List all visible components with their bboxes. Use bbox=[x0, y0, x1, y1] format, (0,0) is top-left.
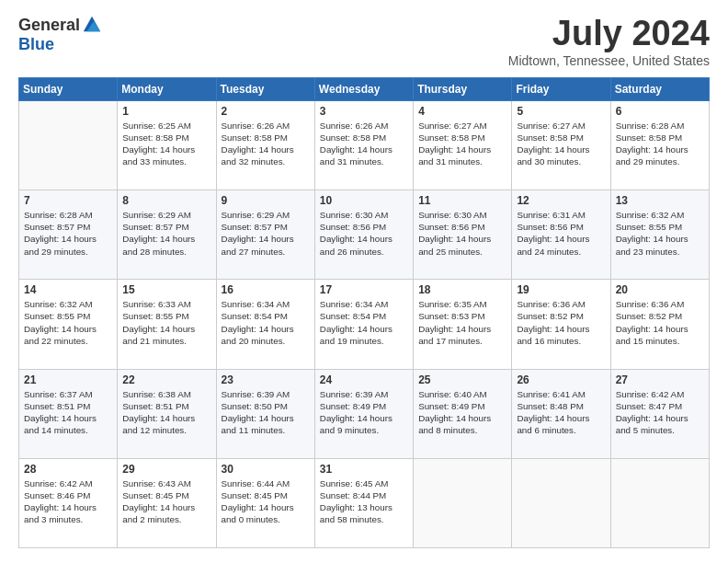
calendar-week-row: 1Sunrise: 6:25 AM Sunset: 8:58 PM Daylig… bbox=[19, 100, 710, 190]
calendar-cell: 3Sunrise: 6:26 AM Sunset: 8:58 PM Daylig… bbox=[314, 100, 413, 190]
calendar-week-row: 14Sunrise: 6:32 AM Sunset: 8:55 PM Dayli… bbox=[19, 280, 710, 369]
day-number: 27 bbox=[616, 373, 704, 386]
day-number: 3 bbox=[320, 105, 408, 118]
calendar-cell: 20Sunrise: 6:36 AM Sunset: 8:52 PM Dayli… bbox=[610, 280, 709, 369]
day-info: Sunrise: 6:44 AM Sunset: 8:45 PM Dayligh… bbox=[222, 477, 310, 526]
day-info: Sunrise: 6:27 AM Sunset: 8:58 PM Dayligh… bbox=[418, 120, 506, 168]
day-number: 9 bbox=[222, 194, 310, 207]
calendar-cell: 1Sunrise: 6:25 AM Sunset: 8:58 PM Daylig… bbox=[118, 100, 216, 190]
day-number: 18 bbox=[418, 283, 506, 296]
calendar-cell: 19Sunrise: 6:36 AM Sunset: 8:52 PM Dayli… bbox=[512, 280, 610, 369]
day-number: 4 bbox=[418, 105, 506, 118]
calendar-cell: 2Sunrise: 6:26 AM Sunset: 8:58 PM Daylig… bbox=[216, 100, 314, 190]
day-number: 5 bbox=[517, 105, 605, 118]
day-info: Sunrise: 6:27 AM Sunset: 8:58 PM Dayligh… bbox=[517, 120, 605, 168]
day-number: 31 bbox=[320, 463, 408, 476]
calendar-cell: 25Sunrise: 6:40 AM Sunset: 8:49 PM Dayli… bbox=[414, 369, 512, 458]
calendar-cell: 8Sunrise: 6:29 AM Sunset: 8:57 PM Daylig… bbox=[118, 190, 216, 280]
day-info: Sunrise: 6:29 AM Sunset: 8:57 PM Dayligh… bbox=[222, 209, 310, 258]
calendar-header-tuesday: Tuesday bbox=[216, 77, 314, 100]
calendar-cell: 26Sunrise: 6:41 AM Sunset: 8:48 PM Dayli… bbox=[512, 369, 610, 458]
calendar-cell: 4Sunrise: 6:27 AM Sunset: 8:58 PM Daylig… bbox=[414, 100, 512, 190]
calendar-week-row: 7Sunrise: 6:28 AM Sunset: 8:57 PM Daylig… bbox=[19, 190, 710, 280]
day-info: Sunrise: 6:30 AM Sunset: 8:56 PM Dayligh… bbox=[418, 209, 506, 258]
calendar-cell: 21Sunrise: 6:37 AM Sunset: 8:51 PM Dayli… bbox=[19, 369, 118, 458]
day-number: 28 bbox=[24, 463, 112, 476]
page: General Blue July 2024 Midtown, Tennesse… bbox=[0, 0, 728, 563]
day-info: Sunrise: 6:32 AM Sunset: 8:55 PM Dayligh… bbox=[616, 209, 704, 258]
day-number: 22 bbox=[122, 373, 210, 386]
calendar-header-friday: Friday bbox=[512, 77, 610, 100]
calendar-week-row: 21Sunrise: 6:37 AM Sunset: 8:51 PM Dayli… bbox=[19, 369, 710, 458]
day-info: Sunrise: 6:36 AM Sunset: 8:52 PM Dayligh… bbox=[616, 298, 704, 347]
calendar-cell: 10Sunrise: 6:30 AM Sunset: 8:56 PM Dayli… bbox=[314, 190, 413, 280]
day-info: Sunrise: 6:32 AM Sunset: 8:55 PM Dayligh… bbox=[24, 298, 112, 347]
title-section: July 2024 Midtown, Tennessee, United Sta… bbox=[508, 15, 710, 68]
day-number: 12 bbox=[517, 194, 605, 207]
day-info: Sunrise: 6:42 AM Sunset: 8:47 PM Dayligh… bbox=[616, 388, 704, 437]
day-info: Sunrise: 6:26 AM Sunset: 8:58 PM Dayligh… bbox=[222, 120, 310, 168]
calendar-header-saturday: Saturday bbox=[610, 77, 709, 100]
calendar-cell: 5Sunrise: 6:27 AM Sunset: 8:58 PM Daylig… bbox=[512, 100, 610, 190]
day-number: 6 bbox=[616, 105, 704, 118]
day-number: 17 bbox=[320, 283, 408, 296]
day-info: Sunrise: 6:38 AM Sunset: 8:51 PM Dayligh… bbox=[122, 388, 210, 437]
calendar-header-row: SundayMondayTuesdayWednesdayThursdayFrid… bbox=[19, 77, 710, 100]
day-info: Sunrise: 6:34 AM Sunset: 8:54 PM Dayligh… bbox=[222, 298, 310, 347]
calendar-cell: 14Sunrise: 6:32 AM Sunset: 8:55 PM Dayli… bbox=[19, 280, 118, 369]
day-number: 20 bbox=[616, 283, 704, 296]
calendar-cell: 24Sunrise: 6:39 AM Sunset: 8:49 PM Dayli… bbox=[314, 369, 413, 458]
logo: General Blue bbox=[18, 15, 102, 54]
day-info: Sunrise: 6:31 AM Sunset: 8:56 PM Dayligh… bbox=[517, 209, 605, 258]
day-info: Sunrise: 6:37 AM Sunset: 8:51 PM Dayligh… bbox=[24, 388, 112, 437]
calendar-cell bbox=[610, 458, 709, 547]
calendar-cell: 31Sunrise: 6:45 AM Sunset: 8:44 PM Dayli… bbox=[314, 458, 413, 547]
logo-icon bbox=[82, 15, 102, 35]
day-number: 10 bbox=[320, 194, 408, 207]
day-info: Sunrise: 6:40 AM Sunset: 8:49 PM Dayligh… bbox=[418, 388, 506, 437]
day-number: 25 bbox=[418, 373, 506, 386]
day-info: Sunrise: 6:36 AM Sunset: 8:52 PM Dayligh… bbox=[517, 298, 605, 347]
day-number: 14 bbox=[24, 283, 112, 296]
day-number: 15 bbox=[122, 283, 210, 296]
calendar-cell: 17Sunrise: 6:34 AM Sunset: 8:54 PM Dayli… bbox=[314, 280, 413, 369]
day-info: Sunrise: 6:29 AM Sunset: 8:57 PM Dayligh… bbox=[122, 209, 210, 258]
calendar-cell: 15Sunrise: 6:33 AM Sunset: 8:55 PM Dayli… bbox=[118, 280, 216, 369]
calendar-cell: 12Sunrise: 6:31 AM Sunset: 8:56 PM Dayli… bbox=[512, 190, 610, 280]
calendar-cell: 13Sunrise: 6:32 AM Sunset: 8:55 PM Dayli… bbox=[610, 190, 709, 280]
day-info: Sunrise: 6:39 AM Sunset: 8:49 PM Dayligh… bbox=[320, 388, 408, 437]
day-info: Sunrise: 6:35 AM Sunset: 8:53 PM Dayligh… bbox=[418, 298, 506, 347]
day-number: 26 bbox=[517, 373, 605, 386]
day-number: 13 bbox=[616, 194, 704, 207]
calendar-cell: 7Sunrise: 6:28 AM Sunset: 8:57 PM Daylig… bbox=[19, 190, 118, 280]
day-info: Sunrise: 6:28 AM Sunset: 8:57 PM Dayligh… bbox=[24, 209, 112, 258]
calendar-cell: 16Sunrise: 6:34 AM Sunset: 8:54 PM Dayli… bbox=[216, 280, 314, 369]
calendar-week-row: 28Sunrise: 6:42 AM Sunset: 8:46 PM Dayli… bbox=[19, 458, 710, 547]
day-number: 7 bbox=[24, 194, 112, 207]
day-info: Sunrise: 6:25 AM Sunset: 8:58 PM Dayligh… bbox=[122, 120, 210, 168]
day-info: Sunrise: 6:34 AM Sunset: 8:54 PM Dayligh… bbox=[320, 298, 408, 347]
day-number: 11 bbox=[418, 194, 506, 207]
logo-general-text: General bbox=[18, 16, 80, 35]
header: General Blue July 2024 Midtown, Tennesse… bbox=[18, 15, 710, 68]
day-info: Sunrise: 6:26 AM Sunset: 8:58 PM Dayligh… bbox=[320, 120, 408, 168]
calendar-cell bbox=[512, 458, 610, 547]
calendar-cell: 30Sunrise: 6:44 AM Sunset: 8:45 PM Dayli… bbox=[216, 458, 314, 547]
calendar-header-wednesday: Wednesday bbox=[314, 77, 413, 100]
subtitle: Midtown, Tennessee, United States bbox=[508, 53, 710, 68]
calendar-table: SundayMondayTuesdayWednesdayThursdayFrid… bbox=[18, 77, 710, 548]
day-number: 8 bbox=[122, 194, 210, 207]
calendar-cell bbox=[19, 100, 118, 190]
calendar-header-thursday: Thursday bbox=[414, 77, 512, 100]
calendar-cell: 23Sunrise: 6:39 AM Sunset: 8:50 PM Dayli… bbox=[216, 369, 314, 458]
calendar-cell: 11Sunrise: 6:30 AM Sunset: 8:56 PM Dayli… bbox=[414, 190, 512, 280]
main-title: July 2024 bbox=[508, 15, 710, 53]
day-info: Sunrise: 6:39 AM Sunset: 8:50 PM Dayligh… bbox=[222, 388, 310, 437]
calendar-header-sunday: Sunday bbox=[19, 77, 118, 100]
day-info: Sunrise: 6:41 AM Sunset: 8:48 PM Dayligh… bbox=[517, 388, 605, 437]
calendar-cell: 29Sunrise: 6:43 AM Sunset: 8:45 PM Dayli… bbox=[118, 458, 216, 547]
calendar-cell: 9Sunrise: 6:29 AM Sunset: 8:57 PM Daylig… bbox=[216, 190, 314, 280]
calendar-cell bbox=[414, 458, 512, 547]
calendar-cell: 28Sunrise: 6:42 AM Sunset: 8:46 PM Dayli… bbox=[19, 458, 118, 547]
day-info: Sunrise: 6:33 AM Sunset: 8:55 PM Dayligh… bbox=[122, 298, 210, 347]
